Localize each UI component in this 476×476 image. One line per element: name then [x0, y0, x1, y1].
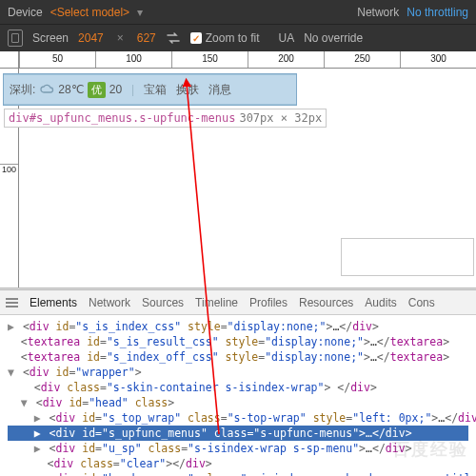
- tab-resources[interactable]: Resources: [299, 296, 353, 309]
- device-label: Device: [8, 6, 43, 19]
- link-baoxiang[interactable]: 宝箱: [144, 82, 167, 98]
- search-input-placeholder: [341, 238, 474, 276]
- aqi-value: 20: [109, 83, 122, 96]
- times-label: ×: [117, 31, 124, 45]
- watermark: 百度经验: [392, 438, 468, 461]
- screen-width[interactable]: 2047: [78, 31, 104, 45]
- dom-node[interactable]: <div class="s-skin-container s-isindex-w…: [8, 380, 468, 395]
- tab-audits[interactable]: Audits: [365, 296, 396, 309]
- dom-node[interactable]: <textarea id="s_is_result_css" style="di…: [8, 334, 468, 349]
- link-skin[interactable]: 换肤: [176, 82, 199, 98]
- dropdown-icon[interactable]: ▾: [137, 6, 143, 19]
- viewport-canvas: 100 深圳: 28℃ 优 20 | 宝箱 换肤 消息 div#s_upfunc…: [0, 69, 476, 288]
- screen-label: Screen: [32, 31, 69, 45]
- cloud-icon: [39, 82, 54, 97]
- screen-height[interactable]: 627: [137, 31, 156, 45]
- aqi-badge: 优: [88, 82, 106, 98]
- ua-select[interactable]: No override: [304, 31, 363, 45]
- devtools-tabbar: Elements Network Sources Timeline Profil…: [0, 290, 476, 315]
- network-label: Network: [357, 6, 399, 19]
- dom-node[interactable]: ▶ <div id="s_top_wrap" class="s-top-wrap…: [8, 410, 468, 426]
- dom-node[interactable]: ▼ <div id="head" class>: [8, 395, 468, 410]
- dom-node[interactable]: ▶ <div id="head_wrapper" class="s-isinde…: [8, 471, 468, 476]
- throttling-select[interactable]: No throttling: [407, 6, 468, 19]
- tab-console[interactable]: Cons: [408, 296, 435, 309]
- tab-profiles[interactable]: Profiles: [249, 296, 288, 309]
- city-label: 深圳:: [10, 82, 35, 98]
- temperature: 28℃: [58, 83, 83, 96]
- inspected-element-overlay: 深圳: 28℃ 优 20 | 宝箱 换肤 消息: [4, 74, 296, 105]
- tab-network[interactable]: Network: [89, 296, 130, 309]
- device-icon[interactable]: [8, 30, 23, 47]
- ua-label: UA: [278, 31, 294, 45]
- zoom-label: Zoom to fit: [206, 31, 260, 45]
- dom-node[interactable]: <textarea id="s_index_off_css" style="di…: [8, 349, 468, 365]
- zoom-to-fit-checkbox[interactable]: ✓ Zoom to fit: [190, 31, 260, 45]
- device-select[interactable]: <Select model>: [50, 6, 129, 19]
- dom-node[interactable]: ▼ <div id="wrapper">: [8, 365, 468, 380]
- tab-sources[interactable]: Sources: [142, 296, 184, 309]
- ruler-horizontal: 50 100 150 200 250 300: [0, 51, 476, 69]
- swap-icon[interactable]: [166, 30, 181, 46]
- dom-node[interactable]: ▶ <div id="s_is_index_css" style="displa…: [8, 319, 468, 334]
- link-message[interactable]: 消息: [208, 82, 231, 98]
- tab-timeline[interactable]: Timeline: [195, 296, 238, 309]
- menu-icon[interactable]: [6, 298, 18, 307]
- element-dimensions-tooltip: div#s_upfunc_menus.s-upfunc-menus 307px …: [4, 109, 327, 128]
- tab-elements[interactable]: Elements: [30, 296, 77, 309]
- selector-text: div#s_upfunc_menus.s-upfunc-menus: [9, 111, 235, 125]
